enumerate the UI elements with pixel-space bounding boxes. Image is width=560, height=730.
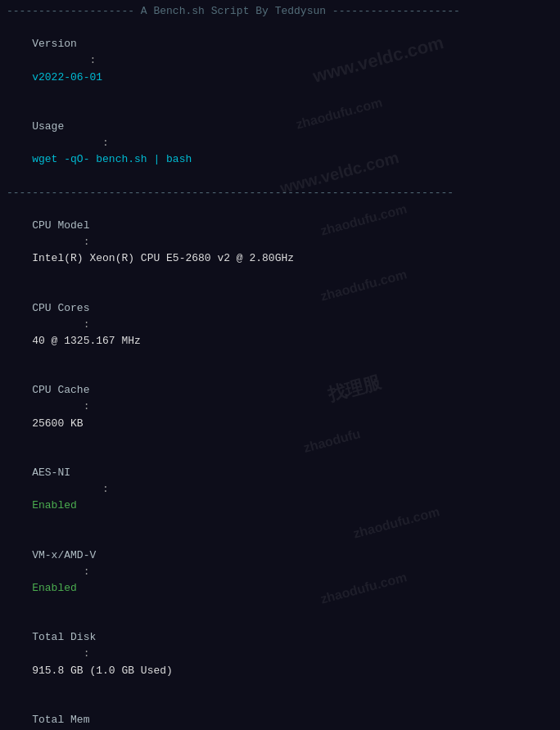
- cpu-model-line: CPU Model : Intel(R) Xeon(R) CPU E5-2680…: [7, 201, 553, 284]
- version-value: v2022-06-01: [32, 71, 102, 83]
- terminal: www.veldc.com zhaodufu.com www.veldc.com…: [0, 0, 560, 730]
- version-line: Version : v2022-06-01: [7, 20, 553, 102]
- version-label: Version: [32, 38, 77, 50]
- usage-line: Usage : wget -qO- bench.sh | bash: [7, 102, 553, 185]
- header-separator: -------------------- A Bench.sh Script B…: [7, 3, 553, 20]
- aes-ni-line: AES-NI : Enabled: [7, 448, 553, 531]
- total-disk-line: Total Disk : 915.8 GB (1.0 GB Used): [7, 613, 553, 696]
- total-mem-line: Total Mem : 31.4 GB (19.8 MB Used): [7, 696, 553, 730]
- usage-value: wget -qO- bench.sh | bash: [32, 153, 192, 165]
- vm-amd-line: VM-x/AMD-V : Enabled: [7, 531, 553, 614]
- cpu-cache-line: CPU Cache : 25600 KB: [7, 366, 553, 448]
- usage-label: Usage: [32, 120, 64, 133]
- cpu-cores-line: CPU Cores : 40 @ 1325.167 MHz: [7, 283, 553, 366]
- sep1: ----------------------------------------…: [7, 185, 553, 201]
